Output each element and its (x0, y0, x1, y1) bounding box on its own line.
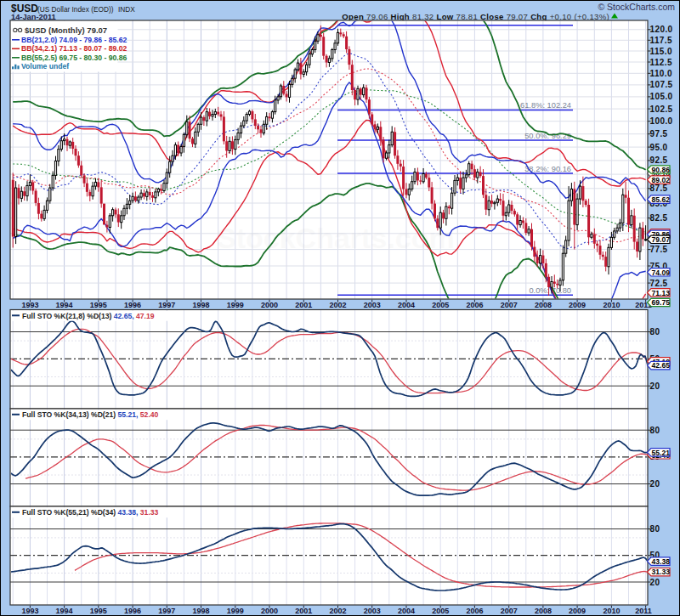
svg-text:1998: 1998 (192, 301, 209, 309)
svg-text:2001: 2001 (295, 607, 312, 615)
svg-text:2005: 2005 (432, 607, 449, 615)
svg-text:INDX: INDX (118, 5, 135, 14)
svg-text:120.0: 120.0 (650, 25, 673, 34)
svg-text:20: 20 (650, 381, 660, 391)
svg-text:2003: 2003 (364, 301, 381, 309)
svg-text:100.0: 100.0 (650, 116, 673, 126)
svg-text:(US Dollar Index (EOD)): (US Dollar Index (EOD)) (37, 5, 114, 14)
svg-text:110.0: 110.0 (650, 69, 673, 78)
svg-text:55.21: 55.21 (651, 449, 670, 457)
svg-text:Full STO %K(21,8) %D(13) 42.65: Full STO %K(21,8) %D(13) 42.65, 47.19 (22, 312, 155, 320)
svg-text:82.5: 82.5 (650, 213, 668, 223)
svg-text:115.0: 115.0 (650, 47, 673, 56)
svg-text:72.5: 72.5 (650, 279, 668, 288)
svg-text:BB(55,2.5) 69.75 - 80.30 - 90.: BB(55,2.5) 69.75 - 80.30 - 90.86 (21, 54, 127, 62)
svg-text:74.09: 74.09 (651, 268, 670, 277)
svg-text:87.5: 87.5 (650, 184, 668, 193)
svg-text:2007: 2007 (501, 301, 518, 309)
svg-text:2008: 2008 (535, 607, 552, 615)
svg-text:61.8%: 102.24: 61.8%: 102.24 (520, 101, 571, 110)
svg-text:71.13: 71.13 (651, 289, 670, 297)
svg-text:2004: 2004 (398, 607, 415, 615)
svg-text:2000: 2000 (261, 301, 278, 309)
svg-text:90.86: 90.86 (651, 166, 670, 174)
svg-text:80: 80 (650, 426, 660, 435)
svg-text:Full STO %K(55,21) %D(34) 43.3: Full STO %K(55,21) %D(34) 43.38, 31.33 (22, 508, 159, 517)
svg-text:1999: 1999 (227, 301, 244, 309)
svg-text:BB(34,2.1) 71.13 - 80.07 - 89.: BB(34,2.1) 71.13 - 80.07 - 89.02 (21, 44, 127, 53)
svg-text:89.02: 89.02 (651, 176, 670, 184)
svg-text:1994: 1994 (56, 607, 73, 615)
svg-text:20: 20 (650, 578, 660, 587)
svg-text:1994: 1994 (56, 301, 73, 309)
svg-text:2009: 2009 (569, 301, 586, 309)
svg-text:2010: 2010 (603, 301, 620, 309)
svg-text:43.38: 43.38 (651, 557, 670, 566)
svg-text:1996: 1996 (124, 607, 141, 615)
svg-text:112.5: 112.5 (650, 58, 673, 67)
svg-text:2008: 2008 (535, 301, 552, 309)
svg-text:95.0: 95.0 (650, 143, 668, 152)
svg-text:42.65: 42.65 (651, 361, 670, 370)
svg-text:2005: 2005 (432, 301, 449, 309)
svg-text:2011: 2011 (635, 607, 652, 615)
svg-text:2006: 2006 (466, 607, 483, 615)
svg-text:1999: 1999 (227, 607, 244, 615)
svg-text:1993: 1993 (21, 301, 38, 309)
svg-text:Volume undef: Volume undef (21, 62, 69, 71)
svg-text:2010: 2010 (603, 607, 620, 615)
svg-text:20: 20 (650, 479, 660, 489)
svg-text:85.62: 85.62 (651, 195, 670, 204)
svg-text:2000: 2000 (261, 607, 278, 615)
svg-text:92.5: 92.5 (650, 155, 668, 165)
svg-text:105.0: 105.0 (650, 92, 673, 101)
svg-text:2002: 2002 (329, 607, 346, 615)
svg-text:2009: 2009 (569, 607, 586, 615)
svg-text:2001: 2001 (295, 301, 312, 309)
svg-text:77.5: 77.5 (650, 245, 668, 254)
svg-text:80: 80 (650, 524, 660, 534)
svg-text:80: 80 (650, 327, 660, 336)
svg-text:2006: 2006 (466, 301, 483, 309)
svg-text:1996: 1996 (124, 301, 141, 309)
svg-text:69.75: 69.75 (651, 298, 670, 307)
svg-text:102.5: 102.5 (650, 105, 673, 114)
svg-text:2002: 2002 (329, 301, 346, 309)
svg-text:Full STO %K(34,13) %D(21) 55.2: Full STO %K(34,13) %D(21) 55.21, 52.40 (22, 410, 159, 419)
svg-text:2003: 2003 (364, 607, 381, 615)
svg-text:1997: 1997 (158, 607, 175, 615)
svg-text:2004: 2004 (398, 301, 415, 309)
svg-text:Open 79.06 High 81.32 Low 78.8: Open 79.06 High 81.32 Low 78.81 Close 79… (342, 12, 609, 21)
svg-text:79.07: 79.07 (651, 235, 670, 244)
svg-text:© StockCharts.com: © StockCharts.com (598, 2, 675, 12)
svg-text:2007: 2007 (501, 607, 518, 615)
svg-text:StockCharts.com: StockCharts.com (217, 222, 455, 254)
svg-text:1997: 1997 (158, 301, 175, 309)
svg-text:BB(21,2.0) 74.09 - 79.86 - 85.: BB(21,2.0) 74.09 - 79.86 - 85.62 (21, 36, 127, 44)
svg-text:1993: 1993 (21, 607, 38, 615)
svg-text:50.0%: 96.29: 50.0%: 96.29 (524, 132, 571, 140)
svg-text:1998: 1998 (192, 607, 209, 615)
svg-text:31.33: 31.33 (651, 568, 670, 576)
svg-text:117.5: 117.5 (650, 36, 673, 45)
svg-text:107.5: 107.5 (650, 80, 673, 89)
svg-text:1995: 1995 (90, 607, 107, 615)
svg-text:$USD (Monthly) 79.07: $USD (Monthly) 79.07 (25, 25, 107, 35)
svg-text:1995: 1995 (90, 301, 107, 309)
svg-text:97.5: 97.5 (650, 129, 668, 138)
